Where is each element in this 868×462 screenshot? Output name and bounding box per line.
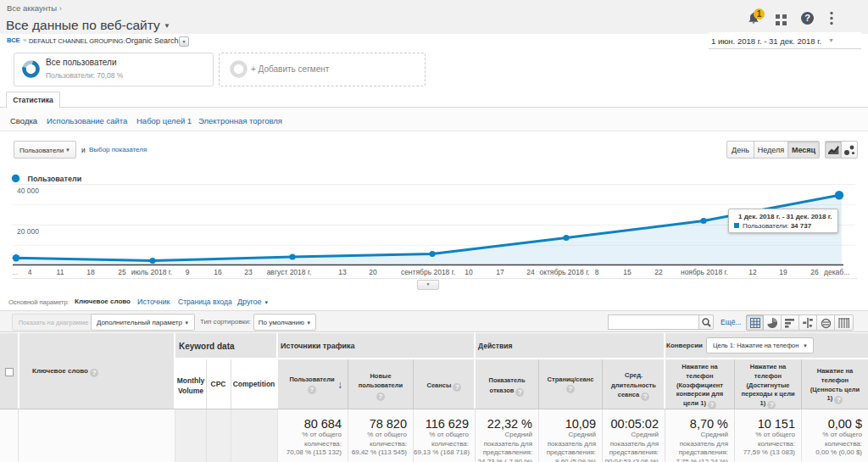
svg-text:12: 12	[748, 268, 757, 276]
svg-text:август 2018 г.: август 2018 г.	[267, 268, 312, 276]
svg-text:23: 23	[244, 268, 253, 276]
svg-text:26: 26	[810, 268, 819, 276]
svg-text:10: 10	[465, 268, 473, 276]
svg-text:22: 22	[654, 268, 663, 276]
svg-text:октябрь 2018 г.: октябрь 2018 г.	[539, 268, 589, 276]
svg-text:24: 24	[526, 268, 535, 276]
svg-text:16: 16	[214, 268, 222, 276]
svg-text:20 000: 20 000	[17, 227, 39, 236]
svg-text:17: 17	[496, 268, 504, 276]
svg-text:40 000: 40 000	[17, 186, 39, 195]
svg-text:25: 25	[118, 268, 126, 276]
svg-text:11: 11	[57, 268, 64, 276]
svg-text:20: 20	[369, 268, 377, 276]
svg-text:19: 19	[779, 268, 787, 276]
svg-text:15: 15	[623, 268, 632, 276]
svg-text:8: 8	[595, 268, 599, 276]
svg-text:декаб...: декаб...	[824, 268, 849, 276]
svg-text:ноябрь 2018 г.: ноябрь 2018 г.	[681, 268, 728, 276]
svg-text:июль 2018 г.: июль 2018 г.	[131, 268, 172, 276]
svg-text:13: 13	[338, 268, 347, 276]
svg-text:9: 9	[186, 268, 190, 276]
svg-text:18: 18	[86, 268, 95, 276]
svg-text:...: ...	[12, 268, 18, 276]
svg-text:4: 4	[28, 268, 32, 276]
svg-text:сентябрь 2018 г.: сентябрь 2018 г.	[401, 268, 455, 276]
